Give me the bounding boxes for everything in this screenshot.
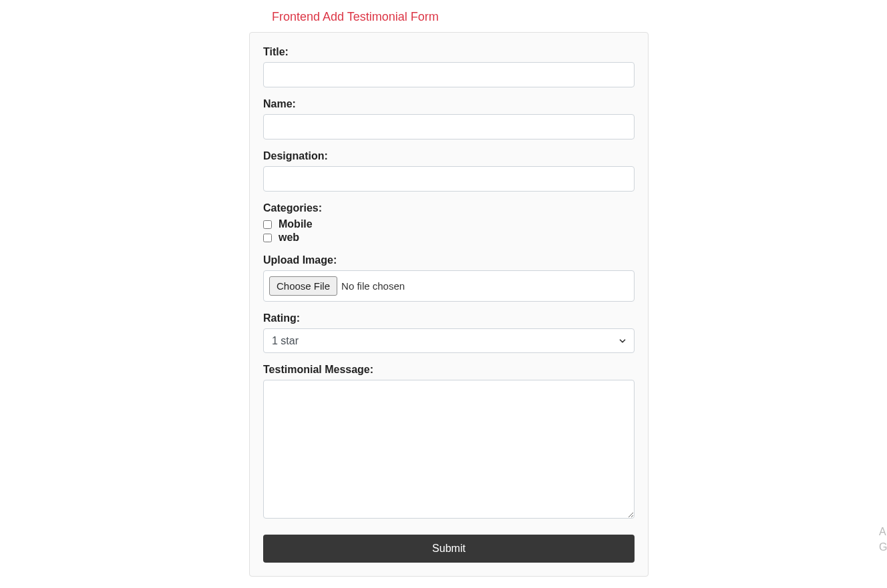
message-textarea[interactable] bbox=[263, 380, 635, 519]
designation-input[interactable] bbox=[263, 166, 635, 192]
category-row-mobile: Mobile bbox=[263, 218, 635, 230]
watermark-line1: A bbox=[879, 525, 887, 539]
rating-select[interactable]: 1 star bbox=[263, 328, 635, 353]
designation-group: Designation: bbox=[263, 150, 635, 192]
title-group: Title: bbox=[263, 46, 635, 87]
page-title: Frontend Add Testimonial Form bbox=[272, 10, 887, 24]
title-label: Title: bbox=[263, 46, 635, 58]
choose-file-button[interactable]: Choose File bbox=[269, 276, 337, 296]
watermark: A G bbox=[879, 525, 887, 555]
name-input[interactable] bbox=[263, 114, 635, 139]
message-group: Testimonial Message: bbox=[263, 364, 635, 521]
category-label-mobile: Mobile bbox=[279, 218, 313, 230]
message-label: Testimonial Message: bbox=[263, 364, 635, 376]
rating-group: Rating: 1 star bbox=[263, 312, 635, 353]
categories-label: Categories: bbox=[263, 202, 635, 214]
category-label-web: web bbox=[279, 232, 299, 244]
file-status-text: No file chosen bbox=[341, 280, 405, 292]
upload-label: Upload Image: bbox=[263, 254, 635, 266]
category-checkbox-web[interactable] bbox=[263, 234, 272, 242]
name-group: Name: bbox=[263, 98, 635, 139]
title-input[interactable] bbox=[263, 62, 635, 87]
rating-label: Rating: bbox=[263, 312, 635, 324]
testimonial-form: Title: Name: Designation: Categories: Mo… bbox=[249, 32, 649, 577]
watermark-line2: G bbox=[879, 540, 887, 555]
category-checkbox-mobile[interactable] bbox=[263, 220, 272, 229]
name-label: Name: bbox=[263, 98, 635, 110]
categories-group: Categories: Mobile web bbox=[263, 202, 635, 244]
submit-button[interactable]: Submit bbox=[263, 535, 635, 563]
category-row-web: web bbox=[263, 232, 635, 244]
file-input-wrapper[interactable]: Choose File No file chosen bbox=[263, 270, 635, 302]
upload-group: Upload Image: Choose File No file chosen bbox=[263, 254, 635, 302]
designation-label: Designation: bbox=[263, 150, 635, 162]
